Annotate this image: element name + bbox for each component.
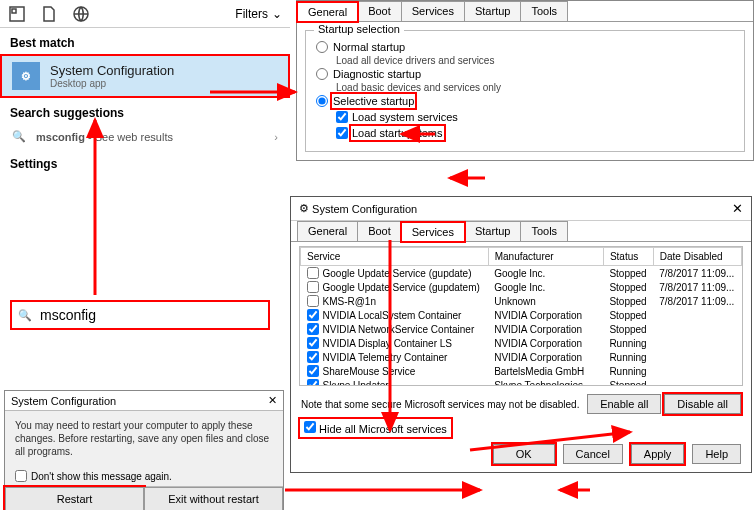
service-manufacturer: Google Inc. [488, 280, 603, 294]
suggestions-heading: Search suggestions [0, 98, 290, 124]
tab-general[interactable]: General [297, 221, 358, 241]
service-status: Running [603, 350, 653, 364]
service-checkbox[interactable] [307, 337, 319, 349]
ok-button[interactable]: OK [493, 444, 555, 464]
chk-load-services[interactable]: Load system services [316, 109, 734, 125]
table-row[interactable]: NVIDIA NetworkService ContainerNVIDIA Co… [301, 322, 742, 336]
service-checkbox[interactable] [307, 379, 319, 386]
result-title: System Configuration [50, 63, 174, 78]
service-checkbox[interactable] [307, 323, 319, 335]
table-row[interactable]: Google Update Service (gupdatem)Google I… [301, 280, 742, 294]
service-name: NVIDIA NetworkService Container [323, 324, 475, 335]
table-row[interactable]: NVIDIA Telemetry ContainerNVIDIA Corpora… [301, 350, 742, 364]
col-date-disabled[interactable]: Date Disabled [653, 248, 741, 266]
radio-diagnostic-label: Diagnostic startup [333, 68, 421, 80]
service-manufacturer: BartelsMedia GmbH [488, 364, 603, 378]
msconfig-svc-icon: ⚙ [299, 202, 309, 215]
table-row[interactable]: Skype UpdaterSkype TechnologiesStopped [301, 378, 742, 386]
service-name: NVIDIA Telemetry Container [323, 352, 448, 363]
table-row[interactable]: NVIDIA LocalSystem ContainerNVIDIA Corpo… [301, 308, 742, 322]
service-checkbox[interactable] [307, 351, 319, 363]
tab-general[interactable]: General [297, 2, 358, 22]
services-note: Note that some secure Microsoft services… [301, 399, 579, 410]
help-button[interactable]: Help [692, 444, 741, 464]
search-input-container: 🔍 [10, 300, 270, 330]
dont-show-again[interactable]: Don't show this message again. [5, 466, 283, 486]
apply-button[interactable]: Apply [631, 444, 685, 464]
dont-show-label: Don't show this message again. [31, 471, 172, 482]
service-manufacturer: NVIDIA Corporation [488, 336, 603, 350]
radio-selective[interactable]: Selective startup [316, 93, 734, 109]
tab-services[interactable]: Services [401, 222, 465, 242]
chk-load-startup[interactable]: Load startup items [316, 125, 734, 141]
tab-startup[interactable]: Startup [464, 1, 521, 21]
enable-all-button[interactable]: Enable all [587, 394, 661, 414]
service-date-disabled: 7/8/2017 11:09... [653, 294, 741, 308]
documents-icon[interactable] [40, 5, 58, 23]
service-date-disabled [653, 378, 741, 386]
service-checkbox[interactable] [307, 281, 319, 293]
result-subtitle: Desktop app [50, 78, 174, 89]
tab-boot[interactable]: Boot [357, 1, 402, 21]
chk-load-services-label: Load system services [352, 111, 458, 123]
exit-without-restart-button[interactable]: Exit without restart [144, 487, 283, 510]
search-input[interactable] [38, 306, 262, 324]
service-checkbox[interactable] [307, 365, 319, 377]
tab-boot[interactable]: Boot [357, 221, 402, 241]
service-name: Google Update Service (gupdate) [323, 268, 472, 279]
suggestion-web[interactable]: 🔍 msconfig - See web results › [0, 124, 290, 149]
table-row[interactable]: Google Update Service (gupdate)Google In… [301, 266, 742, 281]
close-icon[interactable]: ✕ [732, 201, 743, 216]
chevron-right-icon: › [274, 131, 278, 143]
close-icon[interactable]: ✕ [268, 394, 277, 407]
search-icon: 🔍 [18, 309, 32, 322]
tab-tools[interactable]: Tools [520, 221, 568, 241]
tab-startup[interactable]: Startup [464, 221, 521, 241]
service-date-disabled [653, 336, 741, 350]
service-name: Skype Updater [323, 380, 389, 387]
restart-button[interactable]: Restart [5, 487, 144, 510]
apps-icon[interactable] [8, 5, 26, 23]
msconfig-services-window: ⚙ System Configuration ✕ General Boot Se… [290, 196, 752, 473]
hide-ms-label: Hide all Microsoft services [319, 423, 447, 435]
radio-diagnostic[interactable]: Diagnostic startup [316, 66, 734, 82]
table-row[interactable]: ShareMouse ServiceBartelsMedia GmbHRunni… [301, 364, 742, 378]
web-icon[interactable] [72, 5, 90, 23]
service-date-disabled [653, 364, 741, 378]
col-status[interactable]: Status [603, 248, 653, 266]
disable-all-button[interactable]: Disable all [664, 394, 741, 414]
col-manufacturer[interactable]: Manufacturer [488, 248, 603, 266]
table-row[interactable]: KMS-R@1nUnknownStopped7/8/2017 11:09... [301, 294, 742, 308]
service-manufacturer: Skype Technologies [488, 378, 603, 386]
service-status: Stopped [603, 280, 653, 294]
msconfig-tabs: General Boot Services Startup Tools [297, 1, 753, 22]
service-status: Stopped [603, 294, 653, 308]
table-row[interactable]: NVIDIA Display Container LSNVIDIA Corpor… [301, 336, 742, 350]
restart-dialog-title: System Configuration [11, 395, 116, 407]
cancel-button[interactable]: Cancel [563, 444, 623, 464]
hide-ms-checkbox[interactable] [304, 421, 316, 433]
svg-rect-1 [12, 9, 16, 13]
service-manufacturer: NVIDIA Corporation [488, 308, 603, 322]
filters-dropdown[interactable]: Filters ⌄ [235, 7, 282, 21]
service-checkbox[interactable] [307, 267, 319, 279]
service-date-disabled [653, 308, 741, 322]
service-status: Running [603, 336, 653, 350]
col-service[interactable]: Service [301, 248, 489, 266]
suggestion-tail: - See web results [85, 131, 173, 143]
dont-show-checkbox[interactable] [15, 470, 27, 482]
service-status: Stopped [603, 308, 653, 322]
result-system-configuration[interactable]: ⚙ System Configuration Desktop app [0, 54, 290, 98]
service-date-disabled: 7/8/2017 11:09... [653, 280, 741, 294]
group-title: Startup selection [314, 23, 404, 35]
service-name: Google Update Service (gupdatem) [323, 282, 480, 293]
radio-normal[interactable]: Normal startup [316, 39, 734, 55]
best-match-heading: Best match [0, 28, 290, 54]
tab-services[interactable]: Services [401, 1, 465, 21]
hide-microsoft-services[interactable]: Hide all Microsoft services [301, 420, 450, 436]
tab-tools[interactable]: Tools [520, 1, 568, 21]
services-table-wrap: Service Manufacturer Status Date Disable… [299, 246, 743, 386]
service-checkbox[interactable] [307, 309, 319, 321]
service-status: Stopped [603, 378, 653, 386]
service-checkbox[interactable] [307, 295, 319, 307]
